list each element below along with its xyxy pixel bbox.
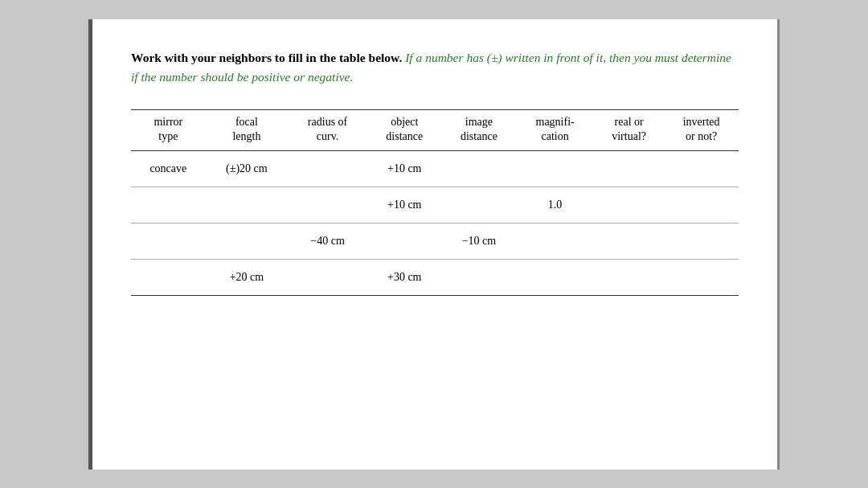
cell-inv-4 <box>664 259 739 295</box>
cell-object-4: +30 cm <box>367 259 442 295</box>
cell-mag-1 <box>516 150 594 187</box>
cell-focal-3 <box>206 223 289 259</box>
col-header-radius-curv: radius ofcurv. <box>288 109 367 150</box>
cell-image-3: −10 cm <box>442 223 517 259</box>
intro-bold: Work with your neighbors to fill in the … <box>131 51 402 64</box>
col-header-focal-length: focallength <box>206 109 289 150</box>
cell-inv-1 <box>664 150 739 187</box>
cell-radius-2 <box>288 187 367 223</box>
col-header-mirror-type: mirrortype <box>131 109 206 150</box>
cell-focal-4: +20 cm <box>206 259 289 295</box>
cell-inv-3 <box>664 223 739 259</box>
table-header-row: mirrortype focallength radius ofcurv. ob… <box>131 109 739 150</box>
cell-real-3 <box>594 223 664 259</box>
cell-image-2 <box>442 187 517 223</box>
cell-object-2: +10 cm <box>367 187 442 223</box>
table-row: +10 cm 1.0 <box>131 187 739 223</box>
cell-radius-4 <box>288 259 367 295</box>
cell-mirror-type-2 <box>131 187 206 223</box>
cell-inv-2 <box>664 187 739 223</box>
col-header-object-distance: objectdistance <box>367 109 442 150</box>
cell-radius-3: −40 cm <box>288 223 367 259</box>
cell-image-1 <box>442 150 517 187</box>
cell-mirror-type-1: concave <box>131 150 206 187</box>
table-row: concave (±)20 cm +10 cm <box>131 150 739 187</box>
optics-table: mirrortype focallength radius ofcurv. ob… <box>131 109 739 296</box>
cell-mag-2: 1.0 <box>516 187 594 223</box>
col-header-magnification: magnifi-cation <box>516 109 594 150</box>
cell-mirror-type-4 <box>131 259 206 295</box>
cell-mag-3 <box>516 223 594 259</box>
cell-radius-1 <box>288 150 367 187</box>
cell-mirror-type-3 <box>131 223 206 259</box>
table-row: +20 cm +30 cm <box>131 259 739 295</box>
cell-real-4 <box>594 259 664 295</box>
cell-focal-2 <box>206 187 289 223</box>
col-header-real-virtual: real orvirtual? <box>594 109 664 150</box>
cell-image-4 <box>442 259 517 295</box>
page-content: Work with your neighbors to fill in the … <box>88 19 780 470</box>
cell-real-1 <box>594 150 664 187</box>
intro-paragraph: Work with your neighbors to fill in the … <box>131 48 739 87</box>
col-header-image-distance: imagedistance <box>442 109 517 150</box>
cell-object-1: +10 cm <box>367 150 442 187</box>
table-row: −40 cm −10 cm <box>131 223 739 259</box>
cell-mag-4 <box>516 259 594 295</box>
cell-real-2 <box>594 187 664 223</box>
col-header-inverted: invertedor not? <box>664 109 739 150</box>
cell-focal-1: (±)20 cm <box>206 150 289 187</box>
cell-object-3 <box>367 223 442 259</box>
